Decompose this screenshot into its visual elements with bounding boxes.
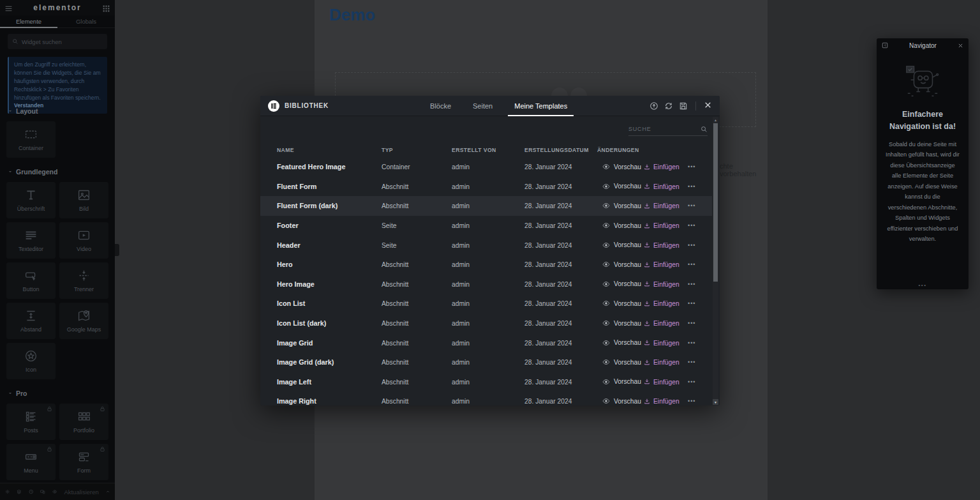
menu-widget-icon	[24, 450, 38, 464]
save-icon[interactable]	[679, 102, 688, 110]
preview-icon[interactable]	[52, 488, 57, 496]
template-row[interactable]: Icon List (dark)Abschnittadmin28. Januar…	[260, 314, 712, 333]
chevron-up-icon[interactable]	[106, 489, 110, 495]
scroll-up-arrow[interactable]: ▲	[713, 117, 718, 123]
resize-handle[interactable]: •••	[877, 282, 969, 288]
library-tab-seiten[interactable]: Seiten	[470, 96, 495, 116]
widget-portfolio[interactable]: Portfolio	[59, 404, 108, 440]
template-row[interactable]: Image RightAbschnittadmin28. Januar 2024…	[260, 391, 712, 405]
library-tab-blöcke[interactable]: Blöcke	[427, 96, 454, 116]
preview-button[interactable]: Vorschau	[602, 319, 641, 327]
insert-button[interactable]: Einfügen	[644, 320, 679, 327]
import-template-icon[interactable]	[650, 102, 658, 110]
template-row[interactable]: Fluent FormAbschnittadmin28. Januar 2024…	[260, 177, 712, 197]
panel-collapse-handle[interactable]	[115, 244, 119, 256]
more-options-button[interactable]: •••	[688, 320, 695, 326]
insert-button[interactable]: Einfügen	[644, 183, 679, 190]
template-row[interactable]: Icon ListAbschnittadmin28. Januar 2024Vo…	[260, 294, 712, 314]
dock-icon[interactable]	[882, 42, 888, 49]
scrollbar-thumb[interactable]	[713, 123, 718, 282]
widget-abstand[interactable]: Abstand	[6, 303, 56, 339]
widget-trenner[interactable]: Trenner	[59, 262, 108, 299]
template-row[interactable]: Featured Hero ImageContaineradmin28. Jan…	[260, 157, 712, 177]
panel-tab-globals[interactable]: Globals	[57, 15, 115, 27]
hamburger-menu-icon[interactable]	[4, 4, 13, 12]
navigator-icon[interactable]	[17, 488, 21, 496]
template-author: admin	[452, 222, 470, 229]
template-row[interactable]: HeroAbschnittadmin28. Januar 2024Vorscha…	[260, 255, 712, 275]
settings-icon[interactable]	[5, 488, 10, 496]
more-options-button[interactable]: •••	[688, 281, 695, 287]
insert-button[interactable]: Einfügen	[644, 241, 679, 248]
template-row[interactable]: Image Grid (dark)Abschnittadmin28. Janua…	[260, 352, 712, 372]
insert-button[interactable]: Einfügen	[644, 280, 679, 287]
insert-button[interactable]: Einfügen	[644, 261, 679, 268]
widget-video[interactable]: Video	[59, 222, 108, 259]
insert-button[interactable]: Einfügen	[644, 339, 679, 346]
more-options-button[interactable]: •••	[688, 183, 695, 190]
template-row[interactable]: FooterSeiteadmin28. Januar 2024VorschauE…	[260, 216, 712, 236]
more-options-button[interactable]: •••	[688, 202, 695, 209]
preview-button[interactable]: Vorschau	[602, 378, 641, 386]
insert-button[interactable]: Einfügen	[644, 378, 679, 385]
library-tab-meine-templates[interactable]: Meine Templates	[512, 96, 570, 116]
close-icon[interactable]	[958, 43, 963, 49]
template-row[interactable]: Hero ImageAbschnittadmin28. Januar 2024V…	[260, 275, 712, 294]
apps-grid-icon[interactable]	[102, 4, 110, 12]
more-options-button[interactable]: •••	[688, 300, 695, 307]
insert-button[interactable]: Einfügen	[644, 222, 679, 229]
preview-button[interactable]: Vorschau	[602, 241, 641, 249]
more-options-button[interactable]: •••	[688, 359, 695, 365]
lock-icon	[47, 406, 52, 412]
section-title[interactable]: Grundlegend	[8, 168, 107, 176]
widget-container[interactable]: Container	[6, 121, 56, 158]
widget-posts[interactable]: Posts	[6, 404, 56, 440]
widget-überschrift[interactable]: Überschrift	[6, 182, 56, 218]
preview-button[interactable]: Vorschau	[602, 397, 641, 405]
scroll-down-arrow[interactable]: ▼	[713, 399, 718, 405]
insert-button[interactable]: Einfügen	[644, 359, 679, 366]
more-options-button[interactable]: •••	[688, 379, 695, 385]
widget-texteditor[interactable]: Texteditor	[6, 222, 56, 259]
section-title[interactable]: Pro	[8, 390, 107, 397]
preview-button[interactable]: Vorschau	[602, 222, 641, 229]
history-icon[interactable]	[29, 488, 33, 496]
more-options-button[interactable]: •••	[688, 340, 695, 346]
panel-tab-elemente[interactable]: Elemente	[0, 15, 57, 27]
template-row[interactable]: HeaderSeiteadmin28. Januar 2024VorschauE…	[260, 235, 712, 255]
template-row[interactable]: Fluent Form (dark)Abschnittadmin28. Janu…	[260, 196, 712, 216]
more-options-button[interactable]: •••	[688, 222, 695, 229]
scrollbar[interactable]: ▲ ▼	[713, 117, 718, 405]
more-options-button[interactable]: •••	[688, 261, 695, 268]
sync-library-icon[interactable]	[664, 102, 673, 110]
widget-button[interactable]: Button	[6, 262, 56, 299]
widget-bild[interactable]: Bild	[59, 182, 108, 218]
widget-icon[interactable]: Icon	[6, 343, 56, 379]
insert-button[interactable]: Einfügen	[644, 202, 679, 209]
more-options-button[interactable]: •••	[688, 163, 695, 170]
preview-button[interactable]: Vorschau	[602, 261, 641, 268]
template-row[interactable]: Image LeftAbschnittadmin28. Januar 2024V…	[260, 372, 712, 392]
widget-google-maps[interactable]: Google Maps	[59, 303, 108, 339]
preview-button[interactable]: Vorschau	[602, 202, 641, 209]
insert-button[interactable]: Einfügen	[644, 398, 679, 405]
preview-button[interactable]: Vorschau	[602, 299, 641, 307]
preview-button[interactable]: Vorschau	[602, 280, 641, 288]
preview-button[interactable]: Vorschau	[602, 183, 641, 190]
more-options-button[interactable]: •••	[688, 242, 695, 248]
close-library-button[interactable]	[704, 100, 712, 112]
insert-button[interactable]: Einfügen	[644, 300, 679, 307]
widget-search-input[interactable]: Widget suchen	[8, 34, 107, 49]
responsive-mode-icon[interactable]	[40, 488, 45, 496]
section-title[interactable]: Layout	[8, 107, 107, 115]
preview-button[interactable]: Vorschau	[602, 163, 641, 170]
more-options-button[interactable]: •••	[688, 398, 695, 404]
widget-form[interactable]: Form	[59, 444, 108, 480]
preview-button[interactable]: Vorschau	[602, 339, 641, 347]
widget-menu[interactable]: Menu	[6, 444, 56, 480]
preview-button[interactable]: Vorschau	[602, 358, 641, 366]
library-search-input[interactable]: SUCHE	[628, 123, 708, 136]
update-button[interactable]: Aktualisieren	[64, 489, 98, 496]
insert-button[interactable]: Einfügen	[644, 163, 679, 170]
template-row[interactable]: Image GridAbschnittadmin28. Januar 2024V…	[260, 333, 712, 352]
